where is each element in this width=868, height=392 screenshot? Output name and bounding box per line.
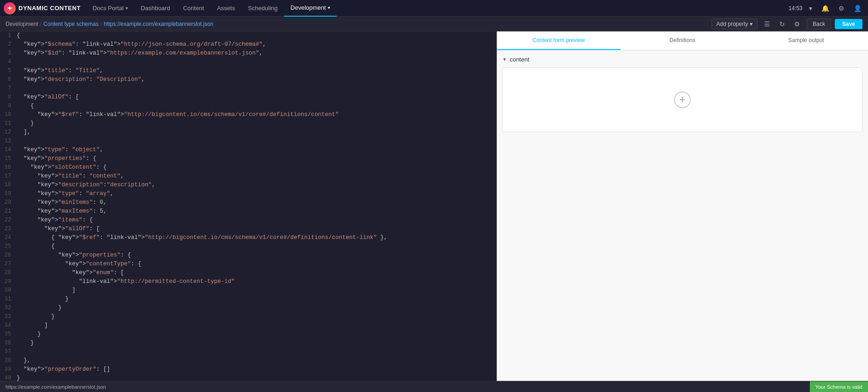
section-header[interactable]: ▼ content [502,56,862,63]
tab-content-form-preview[interactable]: Content form preview [497,31,621,50]
chevron-down-icon: ▼ [502,57,507,62]
code-line: 38 }, [0,356,496,365]
code-line: 21 "key">"maxItems": 5, [0,207,496,216]
status-url: https://example.com/examplebannerslot.js… [0,384,810,390]
code-line: 19 "key">"type": "array", [0,190,496,198]
code-line: 2 "key">"$schema": "link-val">"http://js… [0,40,496,49]
chevron-down-icon: ▾ [750,21,753,27]
user-icon[interactable]: 👤 [851,3,864,13]
code-line: 34 ] [0,321,496,330]
code-line: 10 "key">"$ref": "link-val">"http://bigc… [0,110,496,119]
tab-sample-output[interactable]: Sample output [744,31,868,50]
code-line: 5 "key">"title": "Title", [0,67,496,75]
right-panel: Content form preview Definitions Sample … [496,31,868,381]
nav-time: 14:53 [789,5,802,12]
content-section: ▼ content + [502,56,862,132]
refresh-icon[interactable]: ↻ [777,19,788,29]
code-line: 27 "key">"contentType": { [0,260,496,269]
app-logo[interactable]: ✦ DYNAMIC CONTENT [4,2,81,14]
code-line: 24 { "key">"$ref": "link-val">"http://bi… [0,233,496,242]
code-line: 14 "key">"type": "object", [0,146,496,154]
bell-icon[interactable]: 🔔 [819,3,832,13]
nav-items: Docs Portal Dashboard Content Assets Sch… [86,0,789,17]
code-line: 7 [0,84,496,93]
list-view-icon[interactable]: ☰ [761,19,773,29]
nav-content[interactable]: Content [176,0,211,17]
code-line: 40} [0,374,496,381]
back-button[interactable]: Back [807,18,831,30]
code-line: 26 "key">"properties": { [0,251,496,260]
add-property-button[interactable]: Add property ▾ [711,18,758,30]
code-line: 12 ], [0,128,496,137]
right-panel-content: ▼ content + [497,50,868,381]
add-content-button[interactable]: + [674,92,691,108]
save-button[interactable]: Save [835,19,862,29]
code-line: 17 "key">"title": "content", [0,172,496,181]
breadcrumb-sep-1: / [40,21,42,27]
code-line: 15 "key">"properties": { [0,154,496,163]
breadcrumb-schemas[interactable]: Content type schemas [43,21,98,27]
code-editor[interactable]: 1{2 "key">"$schema": "link-val">"http://… [0,31,496,381]
settings-icon[interactable]: ⚙ [836,3,847,13]
code-line: 4 [0,58,496,67]
nav-docs-portal[interactable]: Docs Portal [86,0,134,17]
breadcrumb-actions: Add property ▾ ☰ ↻ ⚙ Back Save [711,18,862,30]
section-label: content [510,56,530,63]
code-line: 30 ] [0,286,496,295]
code-line: 3 "key">"$id": "link-val">"https://examp… [0,49,496,58]
code-line: 33 } [0,312,496,321]
right-tabs: Content form preview Definitions Sample … [497,31,868,50]
code-line: 31 } [0,295,496,304]
code-line: 28 "key">"enum": [ [0,269,496,277]
code-line: 37 [0,348,496,356]
tab-definitions[interactable]: Definitions [621,31,744,50]
logo-icon: ✦ [4,2,16,14]
code-line: 6 "key">"description": "Description", [0,75,496,84]
code-line: 35 } [0,330,496,339]
breadcrumb-sep-2: / [100,21,102,27]
code-line: 32 } [0,304,496,312]
breadcrumb-bar: Development / Content type schemas / htt… [0,17,868,31]
main-layout: 1{2 "key">"$schema": "link-val">"http://… [0,31,868,381]
status-bar: https://example.com/examplebannerslot.js… [0,381,868,392]
top-nav: ✦ DYNAMIC CONTENT Docs Portal Dashboard … [0,0,868,17]
code-line: 20 "key">"minItems": 0, [0,198,496,207]
code-line: 8 "key">"allOf": [ [0,93,496,102]
settings-small-icon[interactable]: ⚙ [791,19,803,29]
code-line: 9 { [0,102,496,110]
nav-development[interactable]: Development [284,0,337,17]
code-line: 11 } [0,119,496,128]
code-line: 22 "key">"items": { [0,216,496,225]
code-line: 18 "key">"description":"description", [0,181,496,190]
code-line: 23 "key">"allOf": [ [0,225,496,233]
nav-right: 14:53 ▾ 🔔 ⚙ 👤 [789,3,864,13]
app-name: DYNAMIC CONTENT [18,5,81,12]
chevron-down-icon[interactable]: ▾ [806,3,815,13]
code-line: 1{ [0,31,496,40]
code-line: 36 } [0,339,496,348]
status-valid-message: Your Schema is valid [810,381,868,392]
content-card: + [502,67,862,132]
code-line: 13 [0,137,496,146]
nav-scheduling[interactable]: Scheduling [241,0,284,17]
nav-assets[interactable]: Assets [211,0,241,17]
code-line: 16 "key">"slotContent": { [0,163,496,172]
nav-dashboard[interactable]: Dashboard [134,0,177,17]
breadcrumb-file[interactable]: https://example.com/examplebannerslot.js… [104,21,213,27]
code-line: 39 "key">"propertyOrder": [] [0,365,496,374]
breadcrumb-development[interactable]: Development [6,21,38,27]
code-line: 25 { [0,242,496,251]
code-line: 29 "link-val">"http://permitted-content-… [0,277,496,286]
code-content: 1{2 "key">"$schema": "link-val">"http://… [0,31,496,381]
